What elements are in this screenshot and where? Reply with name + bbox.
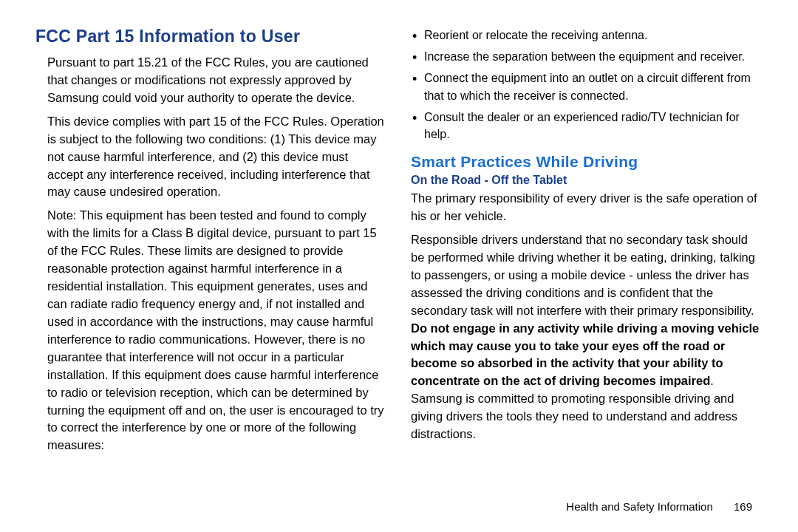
driving-paragraph-1: The primary responsibility of every driv… xyxy=(411,190,763,225)
fcc-heading: FCC Part 15 Information to User xyxy=(35,27,387,47)
fcc-paragraph-2: This device complies with part 15 of the… xyxy=(47,113,387,202)
right-column: Reorient or relocate the receiving anten… xyxy=(411,27,763,477)
fcc-paragraph-3: Note: This equipment has been tested and… xyxy=(47,207,387,454)
driving-paragraph-2: Responsible drivers understand that no s… xyxy=(411,231,763,443)
list-item: Reorient or relocate the receiving anten… xyxy=(411,27,763,44)
driving-bold-text: Do not engage in any activity while driv… xyxy=(411,321,759,388)
left-column: FCC Part 15 Information to User Pursuant… xyxy=(35,27,387,477)
fcc-paragraph-1: Pursuant to part 15.21 of the FCC Rules,… xyxy=(47,54,387,107)
driving-text-a: Responsible drivers understand that no s… xyxy=(411,233,755,317)
list-item: Increase the separation between the equi… xyxy=(411,48,763,65)
on-road-subheading: On the Road - Off the Tablet xyxy=(411,174,763,187)
page-footer: Health and Safety Information 169 xyxy=(566,500,752,513)
page-number: 169 xyxy=(734,500,752,513)
measures-list: Reorient or relocate the receiving anten… xyxy=(411,27,763,143)
smart-practices-heading: Smart Practices While Driving xyxy=(411,153,763,171)
footer-section-title: Health and Safety Information xyxy=(566,500,712,513)
list-item: Connect the equipment into an outlet on … xyxy=(411,69,763,103)
list-item: Consult the dealer or an experienced rad… xyxy=(411,109,763,143)
